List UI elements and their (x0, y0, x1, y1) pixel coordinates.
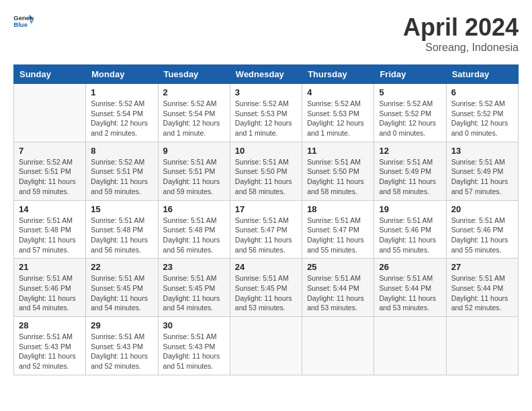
calendar-cell: 1Sunrise: 5:52 AM Sunset: 5:54 PM Daylig… (86, 84, 158, 142)
calendar-cell: 5Sunrise: 5:52 AM Sunset: 5:52 PM Daylig… (374, 84, 446, 142)
calendar-cell: 7Sunrise: 5:52 AM Sunset: 5:51 PM Daylig… (14, 142, 86, 200)
day-detail: Sunrise: 5:51 AM Sunset: 5:49 PM Dayligh… (451, 157, 513, 197)
day-detail: Sunrise: 5:51 AM Sunset: 5:43 PM Dayligh… (91, 332, 152, 371)
day-detail: Sunrise: 5:52 AM Sunset: 5:54 PM Dayligh… (91, 99, 152, 138)
day-detail: Sunrise: 5:51 AM Sunset: 5:48 PM Dayligh… (19, 216, 81, 255)
day-detail: Sunrise: 5:51 AM Sunset: 5:44 PM Dayligh… (451, 273, 513, 313)
day-number: 26 (379, 262, 441, 272)
weekday-header-friday: Friday (374, 65, 446, 84)
calendar-cell: 12Sunrise: 5:51 AM Sunset: 5:49 PM Dayli… (374, 142, 446, 200)
calendar-cell: 22Sunrise: 5:51 AM Sunset: 5:45 PM Dayli… (86, 259, 158, 317)
day-number: 3 (235, 87, 297, 97)
day-number: 22 (91, 262, 152, 272)
day-detail: Sunrise: 5:52 AM Sunset: 5:51 PM Dayligh… (19, 157, 81, 197)
calendar-cell: 26Sunrise: 5:51 AM Sunset: 5:44 PM Dayli… (374, 259, 446, 317)
day-detail: Sunrise: 5:52 AM Sunset: 5:52 PM Dayligh… (451, 99, 513, 138)
day-detail: Sunrise: 5:51 AM Sunset: 5:49 PM Dayligh… (379, 157, 441, 197)
day-detail: Sunrise: 5:51 AM Sunset: 5:47 PM Dayligh… (235, 216, 297, 255)
day-number: 5 (379, 87, 441, 97)
calendar-cell: 19Sunrise: 5:51 AM Sunset: 5:46 PM Dayli… (374, 200, 446, 259)
day-detail: Sunrise: 5:51 AM Sunset: 5:46 PM Dayligh… (451, 216, 513, 255)
day-number: 12 (379, 146, 441, 156)
calendar-week-row: 21Sunrise: 5:51 AM Sunset: 5:46 PM Dayli… (14, 259, 519, 317)
calendar-cell: 20Sunrise: 5:51 AM Sunset: 5:46 PM Dayli… (446, 200, 518, 259)
calendar-cell (302, 317, 374, 375)
day-detail: Sunrise: 5:51 AM Sunset: 5:51 PM Dayligh… (163, 157, 225, 197)
day-number: 19 (379, 204, 441, 214)
day-number: 2 (163, 87, 225, 97)
calendar-cell: 18Sunrise: 5:51 AM Sunset: 5:47 PM Dayli… (302, 200, 374, 259)
day-number: 28 (19, 320, 81, 330)
calendar-cell: 27Sunrise: 5:51 AM Sunset: 5:44 PM Dayli… (446, 259, 518, 317)
header: General Blue April 2024 Soreang, Indones… (13, 13, 519, 54)
day-detail: Sunrise: 5:51 AM Sunset: 5:45 PM Dayligh… (235, 273, 297, 313)
day-detail: Sunrise: 5:52 AM Sunset: 5:53 PM Dayligh… (235, 99, 297, 138)
location: Soreang, Indonesia (403, 42, 519, 54)
svg-marker-3 (30, 20, 34, 24)
calendar-cell: 4Sunrise: 5:52 AM Sunset: 5:53 PM Daylig… (302, 84, 374, 142)
day-number: 8 (91, 146, 152, 156)
calendar-cell: 30Sunrise: 5:51 AM Sunset: 5:43 PM Dayli… (158, 317, 230, 375)
day-detail: Sunrise: 5:51 AM Sunset: 5:43 PM Dayligh… (19, 332, 81, 371)
calendar-cell (230, 317, 302, 375)
day-detail: Sunrise: 5:52 AM Sunset: 5:51 PM Dayligh… (91, 157, 152, 197)
day-detail: Sunrise: 5:51 AM Sunset: 5:48 PM Dayligh… (91, 216, 152, 255)
day-detail: Sunrise: 5:51 AM Sunset: 5:45 PM Dayligh… (163, 273, 225, 313)
calendar-week-row: 28Sunrise: 5:51 AM Sunset: 5:43 PM Dayli… (14, 317, 519, 375)
calendar-cell: 10Sunrise: 5:51 AM Sunset: 5:50 PM Dayli… (230, 142, 302, 200)
day-number: 16 (163, 204, 225, 214)
calendar-cell: 29Sunrise: 5:51 AM Sunset: 5:43 PM Dayli… (86, 317, 158, 375)
day-detail: Sunrise: 5:51 AM Sunset: 5:50 PM Dayligh… (307, 157, 369, 197)
calendar-cell: 14Sunrise: 5:51 AM Sunset: 5:48 PM Dayli… (14, 200, 86, 259)
day-number: 4 (307, 87, 369, 97)
day-detail: Sunrise: 5:51 AM Sunset: 5:46 PM Dayligh… (19, 273, 81, 313)
title-area: April 2024 Soreang, Indonesia (403, 13, 519, 54)
day-number: 7 (19, 146, 81, 156)
day-number: 1 (91, 87, 152, 97)
calendar-cell (446, 317, 518, 375)
day-detail: Sunrise: 5:51 AM Sunset: 5:48 PM Dayligh… (163, 216, 225, 255)
weekday-header-sunday: Sunday (14, 65, 86, 84)
calendar-cell: 13Sunrise: 5:51 AM Sunset: 5:49 PM Dayli… (446, 142, 518, 200)
calendar-cell (14, 84, 86, 142)
calendar-cell: 23Sunrise: 5:51 AM Sunset: 5:45 PM Dayli… (158, 259, 230, 317)
day-number: 24 (235, 262, 297, 272)
day-detail: Sunrise: 5:51 AM Sunset: 5:47 PM Dayligh… (307, 216, 369, 255)
day-detail: Sunrise: 5:52 AM Sunset: 5:54 PM Dayligh… (163, 99, 225, 138)
month-title: April 2024 (403, 13, 519, 42)
svg-text:Blue: Blue (13, 21, 28, 28)
day-detail: Sunrise: 5:51 AM Sunset: 5:45 PM Dayligh… (91, 273, 152, 313)
calendar-cell: 8Sunrise: 5:52 AM Sunset: 5:51 PM Daylig… (86, 142, 158, 200)
day-number: 25 (307, 262, 369, 272)
calendar-cell: 11Sunrise: 5:51 AM Sunset: 5:50 PM Dayli… (302, 142, 374, 200)
day-detail: Sunrise: 5:52 AM Sunset: 5:53 PM Dayligh… (307, 99, 369, 138)
day-detail: Sunrise: 5:51 AM Sunset: 5:44 PM Dayligh… (379, 273, 441, 313)
calendar-cell: 9Sunrise: 5:51 AM Sunset: 5:51 PM Daylig… (158, 142, 230, 200)
day-number: 27 (451, 262, 513, 272)
day-number: 10 (235, 146, 297, 156)
day-number: 30 (163, 320, 225, 330)
day-number: 23 (163, 262, 225, 272)
calendar-week-row: 14Sunrise: 5:51 AM Sunset: 5:48 PM Dayli… (14, 200, 519, 259)
day-number: 9 (163, 146, 225, 156)
day-number: 29 (91, 320, 152, 330)
calendar-cell: 2Sunrise: 5:52 AM Sunset: 5:54 PM Daylig… (158, 84, 230, 142)
calendar-table: SundayMondayTuesdayWednesdayThursdayFrid… (13, 64, 519, 375)
calendar-cell: 17Sunrise: 5:51 AM Sunset: 5:47 PM Dayli… (230, 200, 302, 259)
calendar-cell: 21Sunrise: 5:51 AM Sunset: 5:46 PM Dayli… (14, 259, 86, 317)
day-detail: Sunrise: 5:52 AM Sunset: 5:52 PM Dayligh… (379, 99, 441, 138)
day-number: 11 (307, 146, 369, 156)
day-detail: Sunrise: 5:51 AM Sunset: 5:43 PM Dayligh… (163, 332, 225, 371)
weekday-header-wednesday: Wednesday (230, 65, 302, 84)
weekday-header-thursday: Thursday (302, 65, 374, 84)
day-number: 15 (91, 204, 152, 214)
day-detail: Sunrise: 5:51 AM Sunset: 5:46 PM Dayligh… (379, 216, 441, 255)
logo: General Blue (13, 13, 34, 28)
weekday-header-saturday: Saturday (446, 65, 518, 84)
day-number: 14 (19, 204, 81, 214)
calendar-cell: 6Sunrise: 5:52 AM Sunset: 5:52 PM Daylig… (446, 84, 518, 142)
day-number: 13 (451, 146, 513, 156)
day-number: 18 (307, 204, 369, 214)
day-number: 20 (451, 204, 513, 214)
weekday-header-monday: Monday (86, 65, 158, 84)
